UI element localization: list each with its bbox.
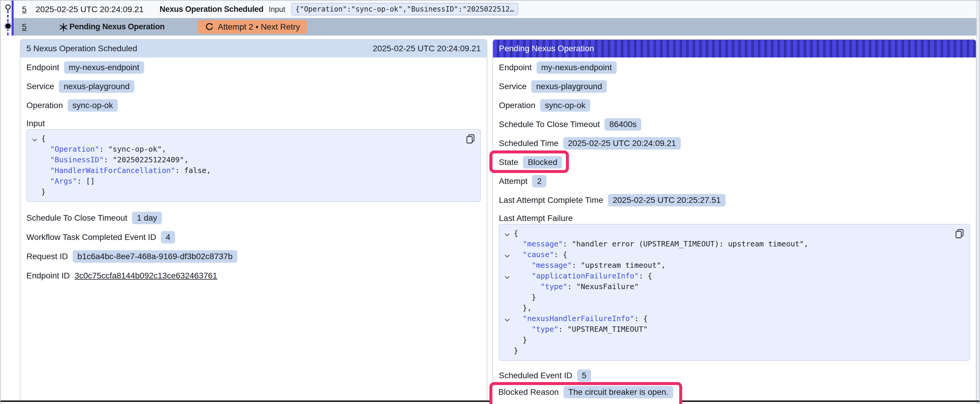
panel-timestamp: 2025-02-25 UTC 20:24:09.21 [373,44,481,53]
field-value-chip: 86400s [605,118,641,131]
collapse-chevron-icon[interactable] [504,272,510,280]
scrollbar-gutter[interactable] [977,1,979,404]
json-line: { [41,133,474,144]
json-line: "BusinessID": "20250225122409", [41,155,474,165]
event-history-page: 5 2025-02-25 UTC 20:24:09.21 Nexus Opera… [0,0,980,404]
json-line: "message": "upstream timeout", [514,260,963,271]
event-input-preview-chip: {"Operation":"sync-op-ok","BusinessID":"… [291,3,518,16]
field-value-chip: 2025-02-25 UTC 20:25:27.51 [608,194,725,206]
json-line: }, [514,303,963,314]
field-label: Schedule To Close Timeout [499,120,600,129]
event-name: Nexus Operation Scheduled [159,1,263,18]
collapse-chevron-icon[interactable] [504,250,510,259]
json-line: } [41,187,474,197]
event-detail-panel-scheduled: 5 Nexus Operation Scheduled 2025-02-25 U… [20,39,487,401]
json-line: "nexusHandlerFailureInfo": { [514,314,963,324]
field-value-chip: 5 [577,369,592,382]
selected-event-indicator-bar [11,1,14,36]
json-line: { [514,228,963,239]
pending-operation-title: Pending Nexus Operation [69,18,165,36]
timeline-event-marker-current [5,24,11,29]
field-row: Servicenexus-playground [26,80,481,93]
json-line: } [514,292,963,303]
retry-icon [205,22,213,32]
field-row: Attempt2 [499,175,970,188]
field-row: Operationsync-op-ok [26,99,481,112]
field-value-chip: my-nexus-endpoint [536,61,617,74]
field-value-chip: nexus-playground [59,80,134,93]
json-line: "type": "NexusFailure" [514,281,963,292]
field-row: Blocked Reason The circuit breaker is op… [498,386,679,399]
field-row: Schedule To Close Timeout1 day [26,211,481,225]
event-detail-label: Input [269,1,285,18]
field-row: Scheduled Event ID5 [499,369,970,382]
field-value-chip: sync-op-ok [540,99,590,112]
json-line: "message": "handler error (UPSTREAM_TIME… [514,239,963,249]
panel-header-scheduled: 5 Nexus Operation Scheduled 2025-02-25 U… [21,40,487,57]
field-value-chip: 2 [532,175,546,187]
pending-operation-panel: Pending Nexus Operation Endpointmy-nexus… [492,39,977,401]
attempt-retry-badge: Attempt 2 • Next Retry [197,20,307,34]
field-row: Schedule To Close Timeout86400s [499,118,970,131]
field-row: Servicenexus-playground [499,80,970,93]
field-value-chip: my-nexus-endpoint [64,61,144,74]
field-row: Scheduled Time2025-02-25 UTC 20:24:09.21 [499,137,970,150]
field-label: Operation [26,101,63,110]
field-value-chip: 2025-02-25 UTC 20:24:09.21 [563,137,681,150]
json-line: } [514,335,963,345]
timeline-event-marker-open [5,5,11,10]
collapse-chevron-icon[interactable] [504,315,510,323]
json-line: "Operation": "sync-op-ok", [41,144,474,155]
field-row: Operationsync-op-ok [499,99,970,112]
failure-json-block: { "message": "handler error (UPSTREAM_TI… [499,224,970,361]
json-line: "cause": { [514,249,963,260]
field-label: Endpoint ID [26,271,70,280]
field-value-chip: Blocked [523,156,562,168]
field-label: Service [499,82,527,91]
event-id-link[interactable]: 5 [22,1,27,18]
field-label: Attempt [499,176,527,186]
json-line: } [514,345,963,356]
field-label: Blocked Reason [498,387,559,397]
blocked-reason-highlight-annotation: Blocked Reason The circuit breaker is op… [489,382,682,404]
field-label: Endpoint [499,63,532,72]
field-value-chip: 4 [161,231,175,244]
field-label: Operation [499,101,535,110]
field-value-link[interactable]: 3c0c75ccfa8144b092c13ce632463761 [75,271,217,280]
field-label: Endpoint [26,63,59,72]
attempt-retry-text: Attempt 2 • Next Retry [218,22,300,32]
field-label: Scheduled Event ID [499,371,573,380]
collapse-chevron-icon[interactable] [504,229,510,238]
field-label: Scheduled Time [499,139,558,148]
field-label: Schedule To Close Timeout [26,213,127,223]
field-value-chip: nexus-playground [531,80,607,93]
event-timestamp: 2025-02-25 UTC 20:24:09.21 [36,1,143,18]
timeline-dashed-line [7,10,9,36]
field-label: Workflow Task Completed Event ID [26,233,156,242]
field-row: StateBlocked [499,156,970,169]
json-line: "applicationFailureInfo": { [514,271,963,281]
json-line: "Args": [] [41,176,474,187]
field-value-chip: 1 day [132,212,162,224]
field-row: Last Attempt Complete Time2025-02-25 UTC… [499,194,970,207]
field-label: Last Attempt Complete Time [499,195,603,205]
field-row: Endpoint ID3c0c75ccfa8144b092c13ce632463… [26,269,481,282]
json-line: "type": "UPSTREAM_TIMEOUT" [514,324,963,335]
field-label: Request ID [26,252,68,261]
panel-header-pending: Pending Nexus Operation [493,40,976,57]
field-row: Endpointmy-nexus-endpoint [26,61,481,74]
field-row: Request IDb1c6a4bc-8ee7-468a-9169-df3b02… [26,250,481,263]
event-id-link[interactable]: 5 [22,18,27,36]
input-json-block: { "Operation": "sync-op-ok", "BusinessID… [26,129,481,202]
collapse-chevron-icon[interactable] [32,135,38,143]
json-line: "HandlerWaitForCancellation": false, [41,165,474,176]
input-section-label: Input [26,118,481,129]
field-label: State [499,158,518,167]
event-row-scheduled[interactable]: 5 2025-02-25 UTC 20:24:09.21 Nexus Opera… [14,1,977,18]
event-row-pending[interactable]: 5 Pending Nexus Operation Attempt 2 • Ne… [14,18,978,36]
field-value-chip: The circuit breaker is open. [563,386,673,398]
panel-title: Pending Nexus Operation [499,44,594,53]
field-value-chip: b1c6a4bc-8ee7-468a-9169-df3b02c8737b [73,250,237,263]
field-value-chip: sync-op-ok [68,99,118,112]
panel-title: 5 Nexus Operation Scheduled [26,44,137,53]
